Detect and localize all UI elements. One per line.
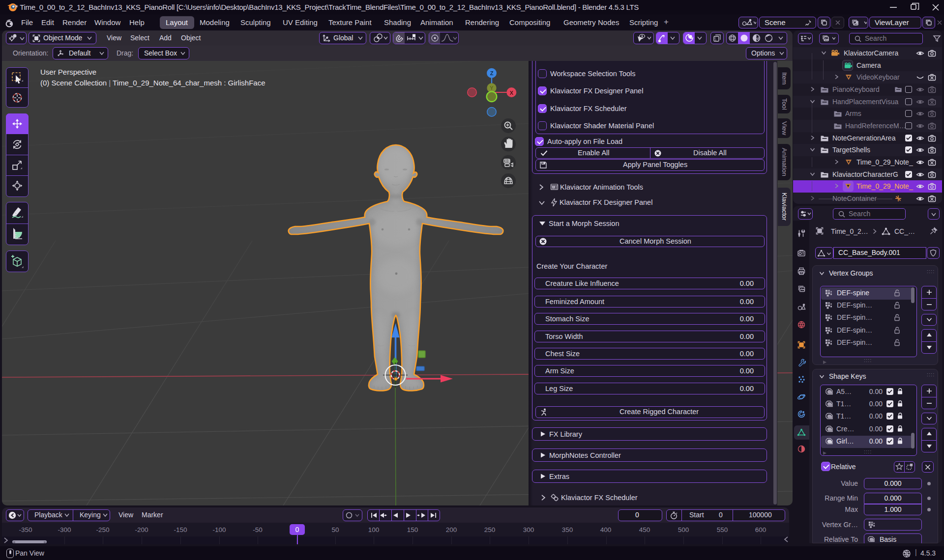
svg-text:X: X: [510, 90, 514, 96]
svg-text:Y: Y: [490, 85, 494, 91]
svg-text:Z: Z: [490, 70, 494, 76]
